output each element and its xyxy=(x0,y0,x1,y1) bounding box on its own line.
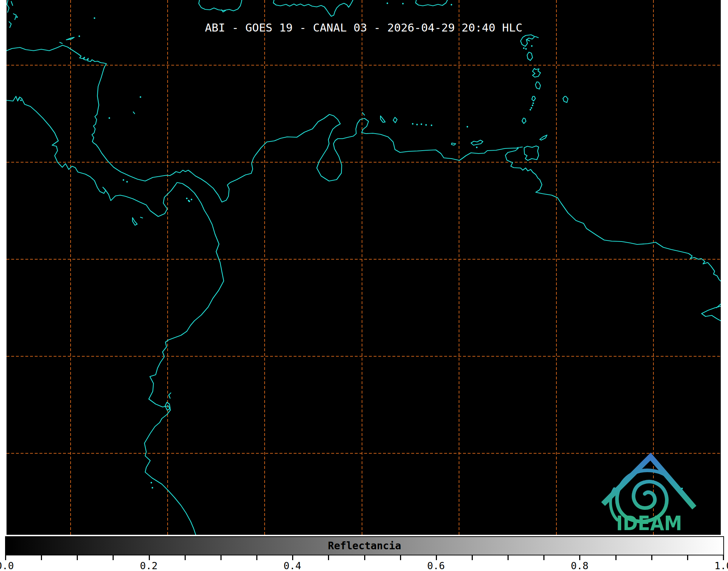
islet-dot xyxy=(525,48,527,50)
islet-dot xyxy=(16,16,18,18)
colorbar-tick xyxy=(615,555,617,560)
island-bonaire xyxy=(393,117,397,123)
islet-dot xyxy=(523,47,525,49)
island-grenada xyxy=(522,118,526,123)
islet-dot xyxy=(387,3,388,4)
map-svg: IDEAM xyxy=(0,0,728,571)
island-coiba xyxy=(132,217,143,225)
colorbar-tick xyxy=(651,555,652,560)
islet-dot xyxy=(431,125,432,126)
island-martinique xyxy=(533,68,540,77)
colorbar-tick xyxy=(185,555,186,560)
colorbar-tick xyxy=(508,555,509,560)
islet-dot xyxy=(186,198,188,199)
islet-dot xyxy=(531,45,533,47)
islet-dot xyxy=(140,96,141,98)
islet-dot xyxy=(531,107,532,109)
colorbar-tick xyxy=(149,555,150,560)
colorbar-tick-labels: 0.00.20.40.60.81.0 xyxy=(0,560,728,571)
islet-dot xyxy=(425,124,427,126)
colorbar-tick xyxy=(328,555,329,560)
island-roatan-bay-islands xyxy=(60,37,74,43)
islet-dot xyxy=(126,181,128,182)
coast-hispaniola-south xyxy=(273,0,353,16)
island-guadeloupe xyxy=(521,35,538,46)
colorbar-tick xyxy=(77,555,78,560)
colorbar-tick xyxy=(472,555,473,560)
colorbar: Reflectancia xyxy=(5,536,724,555)
satellite-image-page: { "title": {"text": "ABI - GOES 19 - CAN… xyxy=(0,0,728,571)
islet-dot xyxy=(451,4,452,5)
graticule xyxy=(7,0,721,535)
colorbar-tick xyxy=(292,555,293,560)
islet-dot xyxy=(421,123,422,125)
colorbar-label: Reflectancia xyxy=(6,537,723,555)
islet-dot xyxy=(533,102,534,104)
island-san-andres xyxy=(133,112,135,114)
island-margarita xyxy=(471,140,483,145)
colorbar-tick xyxy=(113,555,114,560)
colorbar-tick xyxy=(543,555,544,560)
island-aruba xyxy=(362,113,365,115)
islet-dot xyxy=(416,124,418,125)
colorbar-tick-label: 0.2 xyxy=(140,560,157,571)
coast-jamaica xyxy=(199,0,242,11)
coast-amapa-fragment xyxy=(702,303,721,321)
colorbar-tick xyxy=(220,555,222,560)
colorbar-tick xyxy=(723,555,724,560)
colorbar-tick-label: 0.8 xyxy=(571,560,589,571)
islet-dot xyxy=(151,482,152,483)
colorbar-tick xyxy=(256,555,257,560)
colorbar-tick xyxy=(41,555,42,560)
colorbar-tick-label: 1.0 xyxy=(715,560,728,571)
islet-dot xyxy=(20,100,22,101)
colorbar-tick-label: 0.0 xyxy=(0,560,14,571)
colorbar-tick-label: 0.4 xyxy=(283,560,301,571)
colorbar-ticks xyxy=(5,555,724,560)
island-st-vincent xyxy=(532,96,535,101)
islet-dot xyxy=(191,199,192,200)
coast-central-america-caribbean-to-guianas xyxy=(7,45,721,282)
island-barbados xyxy=(563,96,568,102)
islet-dot xyxy=(109,117,110,119)
colorbar-tick xyxy=(5,555,6,560)
colorbar-tick xyxy=(400,555,401,560)
colorbar-tick xyxy=(436,555,437,560)
islet-dot xyxy=(152,487,153,488)
island-la-tortuga xyxy=(451,143,456,145)
islet-dot xyxy=(18,98,20,100)
island-curacao xyxy=(380,116,385,122)
coastlines xyxy=(7,0,721,535)
colorbar-tick-label: 0.6 xyxy=(427,560,445,571)
colorbar-tick xyxy=(687,555,688,560)
islet-dot xyxy=(123,179,124,181)
colorbar-tick xyxy=(364,555,365,560)
islet-dot xyxy=(532,105,533,106)
islet-dot xyxy=(530,109,531,110)
island-dominica xyxy=(527,52,533,60)
islet-dot xyxy=(94,17,95,19)
coast-puerto-rico-south xyxy=(416,0,447,6)
islet-dot xyxy=(79,35,80,37)
image-title: ABI - GOES 19 - CANAL 03 - 2026-04-29 20… xyxy=(7,21,721,34)
islet-dot xyxy=(412,123,413,125)
ideam-logo-text: IDEAM xyxy=(616,511,682,535)
islet-dot xyxy=(188,200,189,201)
colorbar-tick xyxy=(579,555,580,560)
islet-dot xyxy=(467,126,468,127)
islet-dot xyxy=(476,147,477,148)
islet-dot xyxy=(402,3,404,4)
island-st-lucia xyxy=(535,82,540,89)
ideam-logo: IDEAM xyxy=(603,457,694,535)
island-trinidad xyxy=(517,146,539,160)
island-tobago xyxy=(540,135,547,140)
